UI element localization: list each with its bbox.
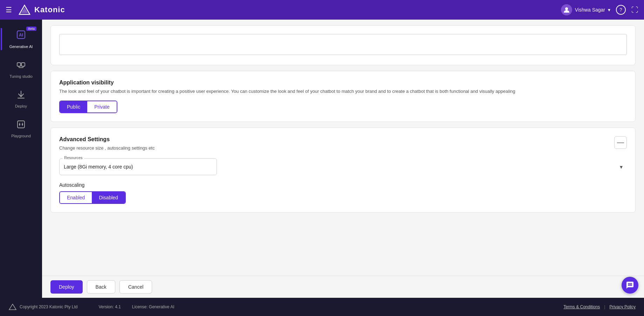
- footer: Copyright 2023 Katonic Pty Ltd Version: …: [0, 298, 644, 316]
- footer-center: Version: 4.1 License: Generative AI: [98, 304, 174, 309]
- sidebar-label-tuning-studio: Tuning studio: [9, 74, 33, 78]
- advanced-settings-header: Advanced Settings Change resource size ,…: [59, 136, 627, 159]
- hamburger-icon[interactable]: ☰: [6, 6, 12, 14]
- svg-text:AI: AI: [19, 33, 23, 37]
- footer-logo-icon: [8, 304, 17, 310]
- help-icon[interactable]: ?: [616, 5, 626, 15]
- logo: Katonic: [18, 5, 65, 15]
- advanced-settings-desc: Change resource size , autoscaling setti…: [59, 145, 155, 152]
- deploy-icon: [16, 90, 26, 102]
- application-visibility-card: Application visibility The look and feel…: [50, 71, 636, 122]
- sidebar-item-tuning-studio[interactable]: Tuning studio: [4, 56, 39, 83]
- app-visibility-desc: The look and feel of your chatbot is imp…: [59, 88, 627, 95]
- svg-point-2: [565, 7, 568, 10]
- sidebar-label-deploy: Deploy: [15, 104, 27, 108]
- chat-bubble-button[interactable]: [622, 277, 638, 294]
- sidebar: Beta AI Generative AI Tuning studio: [0, 20, 42, 316]
- sidebar-label-generative-ai: Generative AI: [9, 44, 33, 49]
- svg-marker-15: [9, 304, 16, 310]
- svg-rect-5: [17, 63, 21, 66]
- navbar-right: Vishwa Sagar ▾ ? ⛶: [561, 4, 638, 15]
- user-name: Vishwa Sagar: [575, 7, 605, 13]
- generative-ai-icon: AI: [16, 29, 26, 42]
- deploy-button[interactable]: Deploy: [50, 280, 83, 294]
- user-menu[interactable]: Vishwa Sagar ▾: [561, 4, 610, 15]
- playground-icon: [16, 119, 26, 132]
- sidebar-item-deploy[interactable]: Deploy: [4, 85, 39, 112]
- autoscaling-label: Autoscaling: [59, 182, 627, 188]
- footer-copyright: Copyright 2023 Katonic Pty Ltd: [20, 304, 77, 309]
- footer-right: Terms & Conditions | Privacy Policy: [563, 304, 636, 309]
- autoscaling-disabled-btn[interactable]: Disabled: [92, 192, 125, 203]
- app-visibility-title: Application visibility: [59, 80, 627, 86]
- katonic-logo-icon: [18, 5, 32, 15]
- navbar: ☰ Katonic Vishwa Sagar ▾ ? ⛶: [0, 0, 644, 20]
- logo-text: Katonic: [34, 5, 65, 14]
- autoscaling-enabled-btn[interactable]: Enabled: [60, 192, 92, 203]
- privacy-link[interactable]: Privacy Policy: [609, 304, 636, 309]
- cancel-button[interactable]: Cancel: [119, 280, 152, 294]
- back-button[interactable]: Back: [87, 280, 115, 294]
- sidebar-item-generative-ai[interactable]: Beta AI Generative AI: [4, 25, 39, 53]
- svg-rect-6: [21, 63, 25, 66]
- footer-version: Version: 4.1: [98, 304, 121, 309]
- collapse-btn[interactable]: —: [614, 136, 627, 149]
- resources-label: Resources: [63, 156, 84, 160]
- advanced-settings-title: Advanced Settings: [59, 136, 155, 143]
- action-buttons-bar: Deploy Back Cancel: [42, 276, 644, 298]
- visibility-private-btn[interactable]: Private: [87, 101, 117, 112]
- avatar: [561, 4, 572, 15]
- footer-separator: |: [604, 304, 605, 309]
- expand-icon[interactable]: ⛶: [631, 6, 638, 14]
- textarea-card: [50, 25, 636, 65]
- autoscaling-toggle-group: Enabled Disabled: [59, 191, 126, 204]
- select-chevron-icon: ▾: [620, 164, 623, 170]
- advanced-settings-card: Advanced Settings Change resource size ,…: [50, 128, 636, 213]
- svg-rect-12: [18, 121, 25, 128]
- sidebar-label-playground: Playground: [11, 134, 31, 138]
- advanced-settings-info: Advanced Settings Change resource size ,…: [59, 136, 155, 159]
- beta-badge: Beta: [26, 27, 36, 31]
- main-content: Application visibility The look and feel…: [42, 20, 644, 316]
- tuning-studio-icon: [16, 60, 26, 72]
- user-chevron-icon: ▾: [608, 7, 610, 13]
- sidebar-item-playground[interactable]: Playground: [4, 115, 39, 142]
- terms-link[interactable]: Terms & Conditions: [563, 304, 600, 309]
- footer-license: License: Generative AI: [132, 304, 174, 309]
- resources-select[interactable]: Small (2Gi memory, 1 core cpu) Medium (4…: [59, 158, 217, 175]
- visibility-public-btn[interactable]: Public: [60, 101, 87, 112]
- visibility-toggle-group: Public Private: [59, 101, 117, 113]
- description-textarea[interactable]: [59, 34, 627, 55]
- footer-logo: Copyright 2023 Katonic Pty Ltd: [8, 304, 77, 310]
- resources-wrapper: Resources Small (2Gi memory, 1 core cpu)…: [59, 158, 627, 175]
